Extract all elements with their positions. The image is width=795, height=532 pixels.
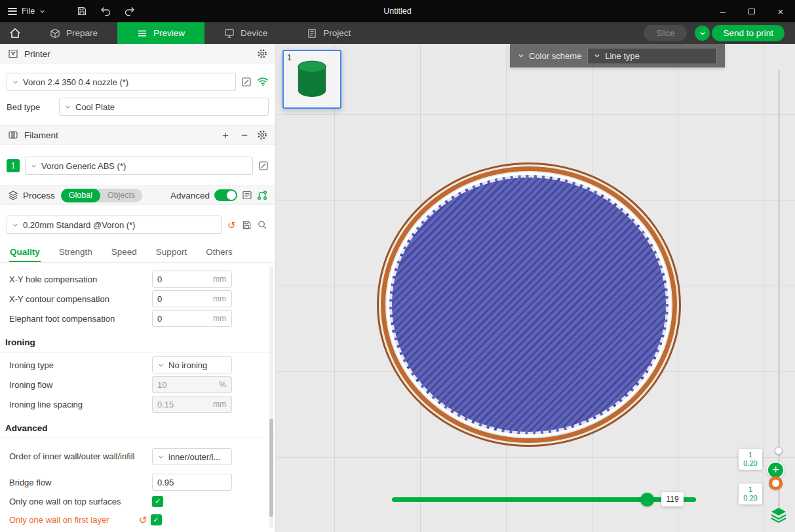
redo-button[interactable] <box>117 0 141 22</box>
ironing-line-spacing-input[interactable] <box>153 400 208 409</box>
bed-type-select[interactable]: Cool Plate <box>59 98 269 116</box>
reset-preset-button[interactable]: ↺ <box>227 220 236 230</box>
tab-speed[interactable]: Speed <box>111 242 138 262</box>
prepare-tab-icon <box>50 28 60 39</box>
layer-height: 0.20 <box>739 459 762 468</box>
tab-quality[interactable]: Quality <box>9 242 41 262</box>
process-preset-select[interactable]: 0.20mm Standard @Voron (*) <box>7 216 222 234</box>
setting-row: Ironing flow % <box>0 375 275 394</box>
plate-thumbnail[interactable]: 1 <box>282 50 341 109</box>
unit-label: mm <box>208 400 231 409</box>
scope-global[interactable]: Global <box>61 189 100 202</box>
setting-label: Elephant foot compensation <box>9 314 152 324</box>
edit-icon[interactable] <box>241 77 252 87</box>
add-filament-button[interactable]: + <box>219 130 232 141</box>
line-type-value: Line type <box>605 51 640 61</box>
layer-slider-handle-top[interactable] <box>775 447 783 455</box>
process-preset-row: 0.20mm Standard @Voron (*) ↺ <box>0 205 275 234</box>
setting-label: Ironing line spacing <box>9 400 152 409</box>
process-preset-value: 0.20mm Standard @Voron (*) <box>23 220 135 230</box>
file-menu-button[interactable]: File <box>0 0 53 22</box>
ironing-type-select[interactable]: No ironing <box>152 356 232 373</box>
undo-button[interactable] <box>94 0 117 22</box>
only-one-wall-top-checkbox[interactable]: ✓ <box>152 496 163 507</box>
maximize-button[interactable] <box>737 0 766 22</box>
send-to-print-group: Send to print <box>695 25 785 41</box>
layer-slider-track[interactable] <box>778 70 780 508</box>
filament-preset-select[interactable]: Voron Generic ABS (*) <box>25 157 253 175</box>
remove-filament-button[interactable]: − <box>238 130 251 141</box>
line-type-select[interactable]: Line type <box>587 48 717 64</box>
gear-icon[interactable] <box>257 48 267 59</box>
printer-preset-select[interactable]: Voron 2.4 350 0.4 nozzle (*) <box>7 73 236 91</box>
only-one-wall-first-layer-checkbox[interactable]: ✓ <box>151 514 162 525</box>
setting-row: Ironing type No ironing <box>0 355 275 375</box>
xy-contour-compensation-input[interactable] <box>153 294 208 304</box>
advanced-section-header: Advanced <box>0 423 275 438</box>
tab-preview[interactable]: Preview <box>117 22 204 44</box>
wall-order-select[interactable]: inner/outer/i... <box>152 448 232 465</box>
chevron-down-icon <box>699 30 706 37</box>
home-button[interactable] <box>0 22 30 44</box>
tab-project[interactable]: Project <box>287 22 370 44</box>
move-slider-handle[interactable] <box>640 493 654 506</box>
tab-others[interactable]: Others <box>205 242 233 262</box>
tab-strength[interactable]: Strength <box>58 242 93 262</box>
gear-icon[interactable] <box>257 130 267 140</box>
elephant-foot-compensation-input[interactable] <box>153 314 208 324</box>
nav-actions: Slice Send to print <box>644 22 795 44</box>
home-icon <box>9 28 21 39</box>
ironing-flow-input[interactable] <box>153 380 214 390</box>
sidebar-scrollbar-thumb[interactable] <box>269 419 273 517</box>
xy-hole-compensation-input[interactable] <box>153 275 208 284</box>
model-infill <box>389 175 669 434</box>
color-scheme-label: Color scheme <box>529 51 581 61</box>
parameter-table-icon[interactable] <box>257 190 267 200</box>
advanced-mode-toggle[interactable] <box>214 189 237 201</box>
preview-viewport[interactable]: 1 Color scheme Line type <box>276 44 795 532</box>
tab-prepare[interactable]: Prepare <box>30 22 117 44</box>
close-icon: × <box>778 6 784 17</box>
bridge-flow-input[interactable] <box>153 478 231 487</box>
view-options-bar: Color scheme Line type <box>510 44 725 67</box>
edit-icon[interactable] <box>258 161 269 171</box>
close-button[interactable]: × <box>766 0 795 22</box>
sliced-model[interactable] <box>377 162 681 447</box>
process-section-header: Process Global Objects Advanced <box>0 185 275 205</box>
model-outer-wall <box>381 166 677 443</box>
tab-support[interactable]: Support <box>155 242 187 262</box>
send-options-button[interactable] <box>695 26 710 41</box>
pause-marker-icon[interactable] <box>769 476 783 490</box>
elephant-foot-compensation-field: mm <box>152 310 232 327</box>
minimize-button[interactable]: – <box>708 0 737 22</box>
send-to-print-button[interactable]: Send to print <box>712 25 785 41</box>
model-wall-gap <box>387 172 671 437</box>
wifi-icon[interactable] <box>257 77 269 86</box>
chevron-down-icon <box>518 52 524 59</box>
tab-device[interactable]: Device <box>204 22 287 44</box>
tab-label: Project <box>323 28 351 38</box>
ironing-line-spacing-field: mm <box>152 396 232 413</box>
setting-label: X-Y hole compensation <box>9 275 152 284</box>
scope-objects[interactable]: Objects <box>100 191 142 200</box>
ironing-flow-field: % <box>152 376 232 393</box>
setting-row: Bridge flow <box>0 472 275 492</box>
list-icon[interactable] <box>242 190 252 200</box>
chevron-down-icon <box>158 362 164 368</box>
save-preset-icon[interactable] <box>242 220 252 230</box>
color-scheme-dropdown[interactable]: Color scheme <box>518 51 581 61</box>
reset-setting-button[interactable]: ↺ <box>139 515 147 525</box>
search-icon[interactable] <box>258 220 267 230</box>
printer-section-title: Printer <box>24 49 50 59</box>
setting-label: X-Y contour compensation <box>9 294 152 304</box>
process-scope-toggle[interactable]: Global Objects <box>61 189 143 202</box>
slice-label: Slice <box>656 28 674 38</box>
layers-view-button[interactable] <box>770 507 787 523</box>
layer-number: 1 <box>739 451 762 459</box>
unit-label: mm <box>208 275 231 284</box>
move-value: 119 <box>666 495 678 504</box>
slice-button[interactable]: Slice <box>644 25 687 41</box>
save-button[interactable] <box>70 0 94 22</box>
filament-slot-badge[interactable]: 1 <box>7 159 20 172</box>
ironing-type-value: No ironing <box>168 360 207 370</box>
